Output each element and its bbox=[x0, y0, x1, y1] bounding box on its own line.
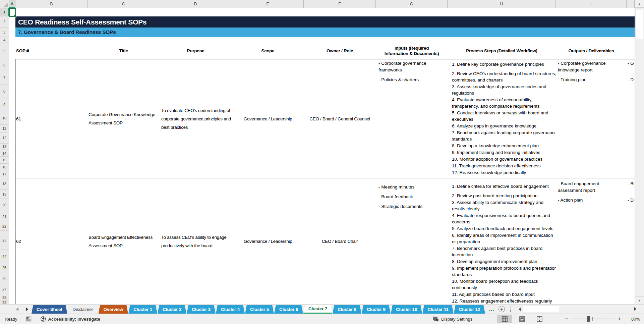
horizontal-scrollbar-track[interactable] bbox=[559, 306, 569, 312]
cell-owner[interactable]: CEO / Board / General Counsel bbox=[304, 59, 376, 178]
row-header-20[interactable]: 20 bbox=[0, 199, 9, 211]
zoom-slider-thumb[interactable] bbox=[587, 316, 590, 322]
row-header-13[interactable]: 13 bbox=[0, 144, 9, 150]
row-header-15[interactable]: 15 bbox=[0, 157, 9, 164]
row-header-8[interactable]: 8 bbox=[0, 85, 9, 98]
horizontal-scrollbar[interactable] bbox=[516, 305, 569, 314]
row-header-29[interactable]: 29 bbox=[0, 301, 9, 304]
header-scope[interactable]: Scope bbox=[232, 48, 304, 54]
zoom-in-icon[interactable]: + bbox=[618, 316, 621, 322]
header-process-steps[interactable]: Process Steps (Detailed Workflow) bbox=[448, 48, 556, 54]
horizontal-scrollbar-thumb[interactable] bbox=[523, 306, 559, 312]
zoom-slider[interactable] bbox=[572, 319, 614, 319]
sheet-tab-cluster-9[interactable]: Cluster 9 bbox=[362, 305, 391, 314]
sheet-tab-cluster-8[interactable]: Cluster 8 bbox=[333, 305, 361, 314]
column-header-H[interactable]: H bbox=[448, 0, 556, 8]
sheet-tab-cluster-1[interactable]: Cluster 1 bbox=[128, 305, 157, 314]
sheet-tab-cluster-6[interactable]: Cluster 6 bbox=[274, 305, 303, 314]
select-all-corner[interactable] bbox=[0, 0, 9, 8]
macro-record-icon[interactable] bbox=[26, 316, 32, 322]
cell-purpose[interactable]: To evaluate CEO's understanding of corpo… bbox=[159, 59, 232, 178]
cell-scope[interactable]: Governance / Leadership bbox=[232, 59, 304, 178]
accessibility-status[interactable]: Accessibility: Investigate bbox=[40, 316, 100, 322]
vertical-scrollbar-thumb[interactable] bbox=[636, 9, 643, 39]
sheet-tab-cluster-3[interactable]: Cluster 3 bbox=[187, 305, 216, 314]
column-header-D[interactable]: D bbox=[159, 0, 232, 8]
row-header-27[interactable]: 27 bbox=[0, 284, 9, 294]
row-header-3[interactable]: 3 bbox=[0, 28, 9, 37]
zoom-out-icon[interactable]: − bbox=[565, 316, 568, 322]
cell-outputs[interactable]: - Board engagement assessment report- Ac… bbox=[556, 178, 627, 304]
scroll-tabs-right-icon[interactable] bbox=[26, 307, 28, 311]
cell-inputs[interactable]: - Meeting minutes- Board feedback- Strat… bbox=[376, 178, 448, 304]
column-header-B[interactable]: B bbox=[15, 0, 88, 8]
cell-sop-number[interactable]: 61 bbox=[15, 59, 88, 178]
sheet-tab-cluster-7[interactable]: Cluster 7 bbox=[303, 305, 332, 314]
row-header-25[interactable]: 25 bbox=[0, 263, 9, 272]
cell-inputs[interactable]: - Corporate governance frameworks- Polic… bbox=[376, 59, 448, 178]
row-header-7[interactable]: 7 bbox=[0, 71, 9, 85]
normal-view-button[interactable] bbox=[497, 315, 512, 323]
active-cell-selection[interactable] bbox=[9, 8, 16, 17]
cell-title[interactable]: Board Engagement Effectiveness Assessmen… bbox=[88, 178, 159, 304]
cell-owner[interactable]: CEO / Board Chair bbox=[304, 178, 376, 304]
scroll-up-button[interactable]: ▲ bbox=[635, 0, 644, 8]
header-title[interactable]: Title bbox=[88, 48, 159, 54]
sheet-tab-cluster-10[interactable]: Cluster 10 bbox=[391, 305, 422, 314]
page-break-preview-button[interactable] bbox=[532, 315, 547, 323]
row-header-9[interactable]: 9 bbox=[0, 98, 9, 111]
column-header-I[interactable]: I bbox=[556, 0, 627, 8]
row-header-19[interactable]: 19 bbox=[0, 190, 9, 199]
more-sheets-button[interactable]: ... bbox=[489, 306, 494, 312]
cell-process-steps[interactable]: 1. Define key corporate governance princ… bbox=[448, 59, 556, 178]
sheet-tab-disclaimer[interactable]: Disclaimer bbox=[68, 305, 98, 314]
row-header-18[interactable]: 18 bbox=[0, 178, 9, 190]
cell-title[interactable]: Corporate Governance Knowledge Assessmen… bbox=[88, 59, 159, 178]
scroll-left-button[interactable] bbox=[516, 306, 523, 313]
column-header-G[interactable]: G bbox=[376, 0, 448, 8]
row-header-1[interactable]: 1 bbox=[0, 8, 9, 16]
sheet-tab-cluster-11[interactable]: Cluster 11 bbox=[422, 305, 454, 314]
vertical-scrollbar[interactable]: ▲ ▼ bbox=[635, 0, 644, 304]
row-header-22[interactable]: 22 bbox=[0, 222, 9, 231]
column-header-F[interactable]: F bbox=[304, 0, 376, 8]
sheet-tab-cover-sheet[interactable]: Cover Sheet bbox=[32, 305, 67, 314]
row-header-28[interactable]: 28 bbox=[0, 294, 9, 301]
header-inputs[interactable]: Inputs (Required Information & Documents… bbox=[376, 46, 448, 56]
row-header-14[interactable]: 14 bbox=[0, 150, 9, 157]
row-header-6[interactable]: 6 bbox=[0, 59, 9, 71]
page-layout-view-button[interactable] bbox=[515, 315, 529, 323]
sheet-tab-cluster-12[interactable]: Cluster 12 bbox=[454, 305, 485, 314]
cell-sop-number[interactable]: 62 bbox=[15, 178, 88, 304]
cell-clipped-column[interactable]: - Bo- De bbox=[627, 178, 635, 304]
row-header-11[interactable]: 11 bbox=[0, 125, 9, 132]
sheet-tab-overview[interactable]: Overview bbox=[99, 305, 128, 314]
zoom-level[interactable]: 80% bbox=[629, 317, 640, 322]
column-header-partial[interactable] bbox=[627, 0, 635, 8]
sheet-grid[interactable]: CEO Readiness Self-Assessment SOPs 7. Go… bbox=[9, 8, 635, 304]
cell-clipped-column[interactable]: - Go- De bbox=[627, 59, 635, 178]
header-owner[interactable]: Owner / Role bbox=[304, 48, 376, 54]
column-header-E[interactable]: E bbox=[232, 0, 304, 8]
header-outputs[interactable]: Outputs / Deliverables bbox=[556, 48, 627, 54]
row-header-21[interactable]: 21 bbox=[0, 211, 9, 222]
scroll-right-button[interactable] bbox=[632, 306, 639, 312]
header-sop-number[interactable]: SOP # bbox=[15, 48, 88, 54]
scroll-down-button[interactable]: ▼ bbox=[635, 296, 644, 304]
cell-scope[interactable]: Governance / Leadership bbox=[232, 178, 304, 304]
header-purpose[interactable]: Purpose bbox=[159, 48, 232, 54]
row-header-24[interactable]: 24 bbox=[0, 250, 9, 263]
column-header-C[interactable]: C bbox=[88, 0, 159, 8]
row-header-5[interactable]: 5 bbox=[0, 43, 9, 59]
display-settings-button[interactable]: Display Settings bbox=[432, 316, 472, 322]
row-header-10[interactable]: 10 bbox=[0, 111, 9, 125]
cell-outputs[interactable]: - Corporate governance knowledge report-… bbox=[556, 59, 627, 178]
row-header-23[interactable]: 23 bbox=[0, 231, 9, 250]
scroll-tabs-left-icon[interactable] bbox=[16, 307, 18, 311]
row-header-4[interactable]: 4 bbox=[0, 37, 9, 43]
column-header-A[interactable]: A bbox=[9, 0, 15, 8]
row-header-2[interactable]: 2 bbox=[0, 16, 9, 28]
cell-process-steps[interactable]: 1. Define criteria for effective board e… bbox=[448, 178, 556, 304]
row-header-26[interactable]: 26 bbox=[0, 272, 9, 284]
row-header-12[interactable]: 12 bbox=[0, 132, 9, 144]
